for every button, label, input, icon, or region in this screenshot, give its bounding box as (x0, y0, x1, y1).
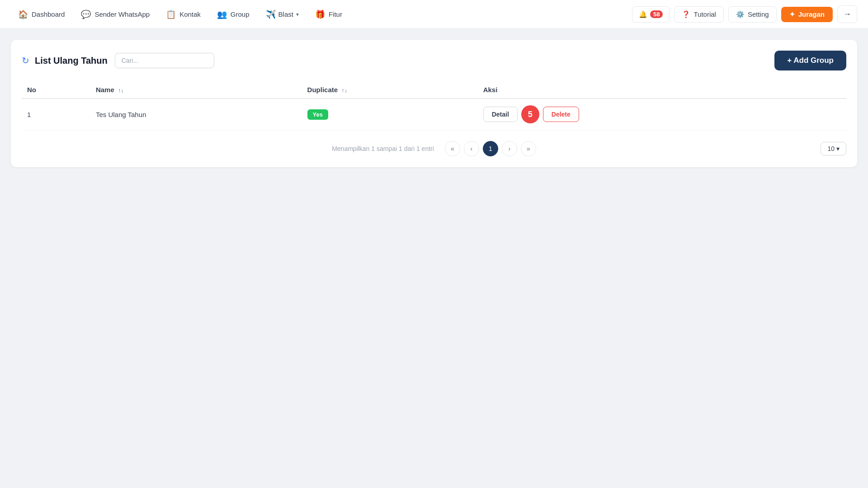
nav-blast[interactable]: ✈️ Blast ▾ (259, 6, 306, 23)
nav-dashboard[interactable]: 🏠 Dashboard (11, 6, 72, 23)
setting-label: Setting (748, 10, 769, 18)
count-badge[interactable]: 5 (521, 105, 539, 123)
cell-duplicate: Yes (302, 99, 478, 130)
star-icon: ✦ (789, 10, 795, 19)
logout-button[interactable]: → (837, 5, 857, 23)
first-icon: « (451, 145, 454, 152)
bell-icon: 🔔 (639, 10, 647, 19)
nav-kontak-label: Kontak (179, 10, 201, 18)
per-page-select[interactable]: 10 ▾ (821, 142, 846, 155)
duplicate-badge: Yes (307, 109, 328, 120)
home-icon: 🏠 (18, 9, 28, 19)
list-card: ↻ List Ulang Tahun + Add Group No Name ↑… (11, 40, 857, 167)
nav-sender-label: Sender WhatsApp (94, 10, 150, 18)
cell-no: 1 (22, 99, 90, 130)
action-buttons: Detail 5 Delete (483, 105, 841, 123)
question-icon: ❓ (682, 10, 690, 19)
col-duplicate: Duplicate ↑↓ (302, 81, 478, 99)
prev-icon: ‹ (470, 145, 472, 152)
delete-button[interactable]: Delete (543, 107, 579, 122)
notification-button[interactable]: 🔔 58 (632, 6, 670, 23)
next-page-button[interactable]: › (502, 141, 517, 156)
pagination-info: Menampilkan 1 sampai 1 dari 1 entri (332, 145, 434, 152)
setting-button[interactable]: ⚙️ Setting (728, 6, 777, 23)
detail-button[interactable]: Detail (483, 107, 518, 122)
last-icon: » (527, 145, 530, 152)
next-icon: › (508, 145, 510, 152)
per-page-value: 10 (827, 145, 835, 152)
search-input[interactable] (115, 53, 214, 68)
last-page-button[interactable]: » (521, 141, 536, 156)
logout-icon: → (843, 9, 851, 19)
kontak-icon: 📋 (166, 9, 176, 19)
col-name: Name ↑↓ (90, 81, 302, 99)
nav-kontak[interactable]: 📋 Kontak (159, 6, 208, 23)
table-header-row: No Name ↑↓ Duplicate ↑↓ Aksi (22, 81, 846, 99)
cell-name: Tes Ulang Tahun (90, 99, 302, 130)
nav-fitur[interactable]: 🎁 Fitur (308, 6, 349, 23)
juragan-label: Juragan (798, 10, 825, 18)
nav-dashboard-label: Dashboard (32, 10, 65, 18)
page-title: List Ulang Tahun (35, 56, 108, 66)
add-group-label: + Add Group (787, 56, 834, 65)
navbar: 🏠 Dashboard 💬 Sender WhatsApp 📋 Kontak 👥… (0, 0, 868, 29)
col-aksi: Aksi (478, 81, 846, 99)
table-row: 1 Tes Ulang Tahun Yes Detail 5 Delete (22, 99, 846, 130)
nav-right: 🔔 58 ❓ Tutorial ⚙️ Setting ✦ Juragan → (632, 5, 857, 23)
col-no: No (22, 81, 90, 99)
juragan-button[interactable]: ✦ Juragan (781, 7, 833, 22)
first-page-button[interactable]: « (445, 141, 460, 156)
tutorial-button[interactable]: ❓ Tutorial (674, 6, 723, 23)
cell-aksi: Detail 5 Delete (478, 99, 846, 130)
whatsapp-icon: 💬 (81, 9, 91, 19)
nav-sender-whatsapp[interactable]: 💬 Sender WhatsApp (74, 6, 157, 23)
chevron-down-icon: ▾ (296, 11, 299, 18)
nav-group[interactable]: 👥 Group (210, 6, 257, 23)
fitur-icon: 🎁 (315, 9, 325, 19)
card-header: ↻ List Ulang Tahun + Add Group (22, 51, 846, 70)
nav-fitur-label: Fitur (329, 10, 342, 18)
tutorial-label: Tutorial (693, 10, 716, 18)
pagination: Menampilkan 1 sampai 1 dari 1 entri « ‹ … (22, 141, 846, 156)
nav-blast-label: Blast (278, 10, 293, 18)
data-table: No Name ↑↓ Duplicate ↑↓ Aksi (22, 81, 846, 130)
name-sort-icon[interactable]: ↑↓ (118, 87, 124, 94)
refresh-icon[interactable]: ↻ (22, 55, 29, 66)
page-number: 1 (489, 145, 492, 152)
prev-page-button[interactable]: ‹ (464, 141, 479, 156)
gear-icon: ⚙️ (736, 10, 745, 19)
blast-icon: ✈️ (266, 9, 276, 19)
notification-badge: 58 (650, 10, 663, 18)
per-page-chevron-icon: ▾ (836, 145, 840, 152)
page-1-button[interactable]: 1 (483, 141, 498, 156)
main-content: ↻ List Ulang Tahun + Add Group No Name ↑… (0, 29, 868, 178)
add-group-button[interactable]: + Add Group (774, 51, 846, 70)
nav-group-label: Group (231, 10, 250, 18)
group-icon: 👥 (217, 9, 227, 19)
duplicate-sort-icon[interactable]: ↑↓ (341, 87, 347, 94)
